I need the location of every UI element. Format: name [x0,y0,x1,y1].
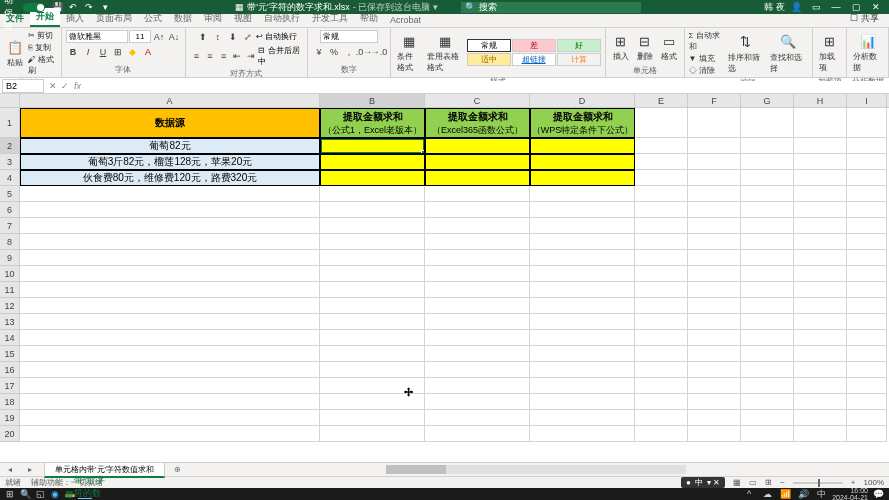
comma-icon[interactable]: , [342,45,356,58]
name-box[interactable] [2,79,44,93]
align-right-icon[interactable]: ≡ [217,50,230,63]
row-2[interactable]: 2 [0,138,19,154]
tab-view[interactable]: 视图 [228,10,258,27]
cell-H14[interactable] [794,330,847,346]
cells[interactable]: 数据源 提取金额求和（公式1，Excel老版本） 提取金额求和（Excel365… [20,108,889,442]
tray-volume-icon[interactable]: 🔊 [796,489,810,499]
cell-A11[interactable] [20,282,320,298]
view-break-icon[interactable]: ⊞ [765,478,772,487]
font-name-select[interactable] [66,30,128,43]
cell-H19[interactable] [794,410,847,426]
cell-H11[interactable] [794,282,847,298]
row-6[interactable]: 6 [0,202,19,218]
edge-icon[interactable]: ◉ [48,489,62,499]
cell-H5[interactable] [794,186,847,202]
cell-F11[interactable] [688,282,741,298]
fx-icon[interactable]: fx [74,81,85,91]
percent-icon[interactable]: % [327,45,341,58]
cell-G3[interactable] [741,154,794,170]
tray-ime-icon[interactable]: 中 [814,489,828,499]
cell-B2[interactable] [320,138,425,154]
cell-A16[interactable] [20,362,320,378]
cell-E4[interactable] [635,170,688,186]
style-normal[interactable]: 常规 [467,39,511,52]
tab-developer[interactable]: 开发工具 [306,10,354,27]
cell-G12[interactable] [741,298,794,314]
formula-input[interactable] [85,81,889,91]
cell-C2[interactable] [425,138,530,154]
cell-C9[interactable] [425,250,530,266]
align-center-icon[interactable]: ≡ [204,50,217,63]
cell-E14[interactable] [635,330,688,346]
cell-B5[interactable] [320,186,425,202]
cancel-formula-icon[interactable]: ✕ [49,81,57,91]
cell-F16[interactable] [688,362,741,378]
cell-G5[interactable] [741,186,794,202]
style-link[interactable]: 超链接 [512,53,556,66]
cell-A18[interactable] [20,394,320,410]
cell-G16[interactable] [741,362,794,378]
add-sheet-button[interactable]: ⊕ [171,465,183,474]
row-7[interactable]: 7 [0,218,19,234]
cell-H3[interactable] [794,154,847,170]
cell-I1[interactable] [847,108,887,138]
bold-button[interactable]: B [66,45,80,58]
cell-G20[interactable] [741,426,794,442]
cell-G17[interactable] [741,378,794,394]
cell-I2[interactable] [847,138,887,154]
cell-I11[interactable] [847,282,887,298]
cell-D10[interactable] [530,266,635,282]
cell-C5[interactable] [425,186,530,202]
notifications-icon[interactable]: 💬 [871,489,885,499]
cell-F6[interactable] [688,202,741,218]
tray-onedrive-icon[interactable]: ☁ [760,489,774,499]
cell-F14[interactable] [688,330,741,346]
cell-D19[interactable] [530,410,635,426]
row-17[interactable]: 17 [0,378,19,394]
cell-C13[interactable] [425,314,530,330]
cell-B12[interactable] [320,298,425,314]
cell-H18[interactable] [794,394,847,410]
cell-C20[interactable] [425,426,530,442]
cell-F15[interactable] [688,346,741,362]
cell-F10[interactable] [688,266,741,282]
merge-button[interactable]: ⊟ 合并后居中 [258,45,303,67]
cell-A4[interactable]: 伙食费80元，维修费120元，路费320元 [20,170,320,186]
cell-D18[interactable] [530,394,635,410]
cell-C19[interactable] [425,410,530,426]
cell-H9[interactable] [794,250,847,266]
cell-D8[interactable] [530,234,635,250]
cell-C17[interactable] [425,378,530,394]
select-all-corner[interactable] [0,94,20,107]
row-16[interactable]: 16 [0,362,19,378]
cell-C8[interactable] [425,234,530,250]
currency-icon[interactable]: ¥ [312,45,326,58]
view-normal-icon[interactable]: ▦ [733,478,741,487]
cell-H12[interactable] [794,298,847,314]
tab-acrobat[interactable]: Acrobat [384,13,427,27]
cell-D2[interactable] [530,138,635,154]
cell-I14[interactable] [847,330,887,346]
cell-H7[interactable] [794,218,847,234]
cell-I17[interactable] [847,378,887,394]
cell-H8[interactable] [794,234,847,250]
tab-formulas[interactable]: 公式 [138,10,168,27]
dec-decimal-icon[interactable]: →.0 [372,45,386,58]
number-format-select[interactable] [320,30,378,43]
fill-color-button[interactable]: ◆ [126,45,140,58]
zoom-level[interactable]: 100% [864,478,884,487]
cell-I4[interactable] [847,170,887,186]
cell-H16[interactable] [794,362,847,378]
view-page-icon[interactable]: ▭ [749,478,757,487]
indent-dec-icon[interactable]: ⇤ [231,50,244,63]
horizontal-scrollbar[interactable] [183,465,889,474]
cell-H10[interactable] [794,266,847,282]
col-I[interactable]: I [847,94,887,107]
cell-E11[interactable] [635,282,688,298]
cell-F18[interactable] [688,394,741,410]
align-top-icon[interactable]: ⬆ [196,30,210,43]
col-B[interactable]: B [320,94,425,107]
font-size-select[interactable] [129,30,151,43]
cell-C4[interactable] [425,170,530,186]
cell-B13[interactable] [320,314,425,330]
